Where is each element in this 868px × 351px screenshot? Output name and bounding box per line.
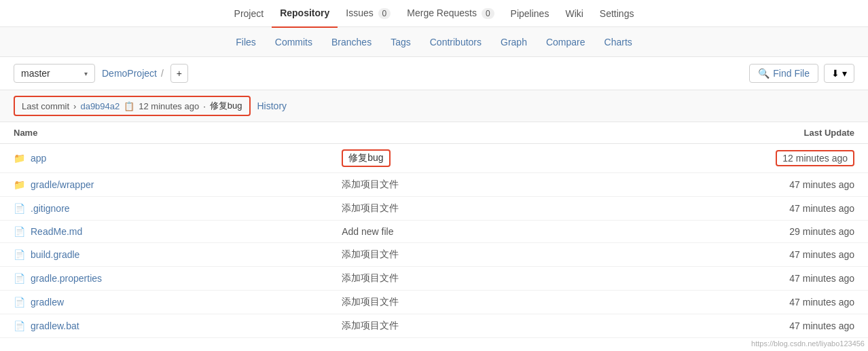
last-update-cell: 47 minutes ago bbox=[568, 173, 869, 197]
merge-requests-badge: 0 bbox=[482, 8, 494, 19]
column-message bbox=[328, 122, 567, 144]
file-name-cell: 📄gradlew.bat bbox=[0, 314, 328, 338]
last-update-cell: 47 minutes ago bbox=[568, 197, 869, 221]
commit-message: 修复bug bbox=[210, 100, 242, 112]
file-table: Name Last Update 📁app修复bug12 minutes ago… bbox=[0, 122, 868, 338]
subnav-branches[interactable]: Branches bbox=[322, 27, 381, 57]
commit-message-cell: 添加项目文件 bbox=[328, 197, 567, 221]
breadcrumb-separator: / bbox=[161, 68, 164, 79]
breadcrumb: DemoProject / bbox=[102, 68, 164, 79]
chevron-down-icon: ▾ bbox=[842, 68, 847, 79]
file-name-link[interactable]: gradle.properties bbox=[31, 273, 102, 284]
issues-badge: 0 bbox=[378, 8, 391, 19]
file-icon: 📄 bbox=[14, 226, 25, 237]
table-row: 📁gradle/wrapper添加项目文件47 minutes ago bbox=[0, 173, 868, 197]
table-row: 📄gradle.properties添加项目文件47 minutes ago bbox=[0, 267, 868, 291]
file-name-cell: 📁gradle/wrapper bbox=[0, 173, 328, 197]
folder-icon: 📁 bbox=[14, 179, 25, 190]
copy-icon[interactable]: 📋 bbox=[124, 101, 134, 111]
column-name: Name bbox=[0, 122, 328, 144]
top-navigation: Project Repository Issues 0 Merge Reques… bbox=[0, 0, 868, 27]
branch-selector[interactable]: master ▾ bbox=[14, 64, 95, 83]
nav-issues[interactable]: Issues 0 bbox=[338, 0, 399, 27]
breadcrumb-project-link[interactable]: DemoProject bbox=[102, 68, 157, 79]
nav-pipelines[interactable]: Pipelines bbox=[503, 0, 558, 27]
history-link[interactable]: History bbox=[257, 100, 287, 111]
highlighted-commit-message: 修复bug bbox=[342, 149, 390, 167]
commit-message-cell: Add new file bbox=[328, 221, 567, 243]
chevron-down-icon: ▾ bbox=[84, 70, 88, 77]
sub-navigation: Files Commits Branches Tags Contributors… bbox=[0, 27, 868, 57]
subnav-contributors[interactable]: Contributors bbox=[420, 27, 491, 57]
find-file-label: Find File bbox=[773, 68, 810, 79]
commit-message-cell: 修复bug bbox=[328, 144, 567, 173]
table-row: 📄.gitignore添加项目文件47 minutes ago bbox=[0, 197, 868, 221]
file-icon: 📄 bbox=[14, 273, 25, 284]
commit-message-text: 添加项目文件 bbox=[342, 272, 399, 283]
file-name-link[interactable]: .gitignore bbox=[31, 203, 70, 214]
subnav-graph[interactable]: Graph bbox=[491, 27, 537, 57]
commit-hash-arrow: › bbox=[73, 101, 76, 111]
table-row: 📄build.gradle添加项目文件47 minutes ago bbox=[0, 243, 868, 267]
commit-info-box: Last commit › da9b94a2 📋 12 minutes ago … bbox=[14, 96, 251, 116]
commit-message-text: 添加项目文件 bbox=[342, 179, 399, 189]
branch-name: master bbox=[21, 68, 50, 79]
file-icon: 📄 bbox=[14, 320, 25, 331]
last-update-cell: 47 minutes ago bbox=[568, 243, 869, 267]
file-name-cell: 📄.gitignore bbox=[0, 197, 328, 221]
find-file-button[interactable]: 🔍 Find File bbox=[749, 64, 818, 83]
table-row: 📄gradlew添加项目文件47 minutes ago bbox=[0, 291, 868, 314]
file-name-link[interactable]: app bbox=[31, 153, 46, 164]
file-name-link[interactable]: ReadMe.md bbox=[31, 226, 82, 237]
commit-message-cell: 添加项目文件 bbox=[328, 291, 567, 314]
search-icon: 🔍 bbox=[758, 68, 770, 79]
file-name-link[interactable]: gradle/wrapper bbox=[31, 179, 94, 190]
nav-repository[interactable]: Repository bbox=[272, 0, 338, 28]
download-button[interactable]: ⬇ ▾ bbox=[824, 64, 854, 83]
table-header-row: Name Last Update bbox=[0, 122, 868, 144]
nav-wiki[interactable]: Wiki bbox=[557, 0, 591, 27]
folder-icon: 📁 bbox=[14, 153, 25, 164]
file-name-link[interactable]: build.gradle bbox=[31, 249, 79, 260]
highlighted-last-update: 12 minutes ago bbox=[776, 150, 854, 166]
commit-message-text: 添加项目文件 bbox=[342, 248, 399, 259]
commit-message-text: 添加项目文件 bbox=[342, 202, 399, 213]
file-name-cell: 📄gradle.properties bbox=[0, 267, 328, 291]
nav-settings[interactable]: Settings bbox=[592, 0, 643, 27]
subnav-tags[interactable]: Tags bbox=[381, 27, 420, 57]
file-toolbar: master ▾ DemoProject / + 🔍 Find File ⬇ ▾ bbox=[0, 57, 868, 90]
last-update-cell: 29 minutes ago bbox=[568, 221, 869, 243]
commit-message-cell: 添加项目文件 bbox=[328, 314, 567, 338]
commit-message-text: 添加项目文件 bbox=[342, 296, 399, 307]
column-last-update: Last Update bbox=[568, 122, 869, 144]
commit-message-text: Add new file bbox=[342, 226, 393, 237]
commit-message-cell: 添加项目文件 bbox=[328, 243, 567, 267]
table-row: 📄gradlew.bat添加项目文件47 minutes ago bbox=[0, 314, 868, 338]
last-update-cell: 12 minutes ago bbox=[568, 144, 869, 173]
add-file-button[interactable]: + bbox=[170, 64, 188, 83]
table-row: 📄ReadMe.mdAdd new file29 minutes ago bbox=[0, 221, 868, 243]
download-icon: ⬇ bbox=[831, 68, 839, 79]
file-name-link[interactable]: gradlew bbox=[31, 297, 64, 308]
table-row: 📁app修复bug12 minutes ago bbox=[0, 144, 868, 173]
file-name-cell: 📄gradlew bbox=[0, 291, 328, 314]
last-update-cell: 47 minutes ago bbox=[568, 267, 869, 291]
subnav-charts[interactable]: Charts bbox=[595, 27, 642, 57]
subnav-commits[interactable]: Commits bbox=[266, 27, 322, 57]
subnav-files[interactable]: Files bbox=[226, 27, 266, 57]
subnav-compare[interactable]: Compare bbox=[537, 27, 595, 57]
last-update-cell: 47 minutes ago bbox=[568, 291, 869, 314]
commit-message-cell: 添加项目文件 bbox=[328, 267, 567, 291]
last-commit-label: Last commit bbox=[22, 101, 69, 111]
commit-hash-link[interactable]: da9b94a2 bbox=[80, 101, 120, 111]
commit-message-text: 添加项目文件 bbox=[342, 320, 399, 331]
file-name-link[interactable]: gradlew.bat bbox=[31, 320, 79, 331]
commit-message-cell: 添加项目文件 bbox=[328, 173, 567, 197]
file-name-cell: 📁app bbox=[0, 144, 328, 173]
last-update-cell: 47 minutes ago bbox=[568, 314, 869, 338]
file-name-cell: 📄ReadMe.md bbox=[0, 221, 328, 243]
nav-merge-requests[interactable]: Merge Requests 0 bbox=[399, 0, 502, 27]
file-name-cell: 📄build.gradle bbox=[0, 243, 328, 267]
toolbar-right: 🔍 Find File ⬇ ▾ bbox=[749, 64, 854, 83]
nav-project[interactable]: Project bbox=[226, 0, 272, 27]
